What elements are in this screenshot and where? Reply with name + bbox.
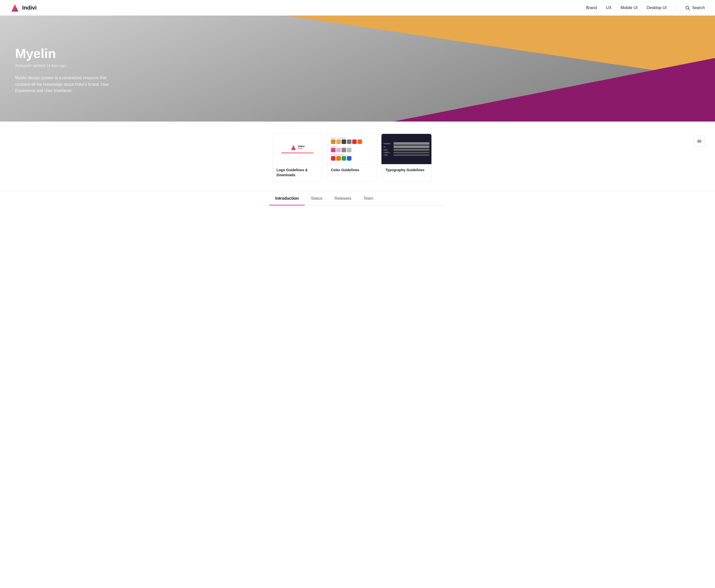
logo-card-title: Logo Guidelines & Downloads [277,168,308,177]
typo-card-thumbnail: Headline H1 Body Caption Label [382,134,431,164]
brand-extended-label: Brand + Extended [331,137,373,139]
tabs-section: Introduction Status Releases Team [0,191,715,206]
swatch-f3 [342,156,346,161]
swatch-n1 [331,148,335,152]
logo-indivi-pro: Indivi PRO [290,145,305,150]
swatch-n3 [342,148,346,152]
logo-text-group: Indivi PRO [298,145,305,150]
hero-section: Myelin Styleguide updated 14 days ago My… [0,16,715,122]
cards-container: Indivi PRO Logo Guidelines & Downloads B… [10,134,694,181]
list-view-button[interactable] [694,136,705,147]
navbar: Indivi Brand UX Mobile UI Desktop UI Sea… [0,0,715,16]
swatch-n2 [336,148,341,152]
swatch-5 [352,140,357,144]
brand-name: Indivi [22,4,37,11]
swatch-6 [358,140,362,144]
tabs-container: Introduction Status Releases Team [269,192,446,206]
typo-row-4: Caption [384,151,429,153]
typo-row-5: Label [384,154,429,156]
nav-divider [676,5,676,11]
nav-ux[interactable]: UX [606,5,611,10]
card-typography-guidelines[interactable]: Headline H1 Body Caption Label [381,134,432,181]
color-card-thumbnail: Brand + Extended Neutral [327,134,377,164]
hero-description: Myelin design system is a centralized re… [15,75,116,94]
swatch-f1 [331,156,335,161]
logo-thumb-content: Indivi PRO [272,143,323,155]
swatch-3 [342,140,346,144]
swatch-f4 [347,156,351,161]
indivi-logo-icon [10,3,20,13]
search-icon [685,5,690,10]
typo-line-5 [393,154,429,156]
tab-releases[interactable]: Releases [328,192,358,205]
neutral-swatches-row [331,148,373,152]
typo-label-4: Caption [384,151,392,153]
feedback-swatches-row [331,156,373,161]
color-card-body: Color Guidelines [327,164,377,176]
neutral-label: Neutral [331,146,373,147]
swatch-n4 [347,148,351,152]
tab-status[interactable]: Status [305,192,328,205]
svg-line-4 [689,8,690,10]
card-color-guidelines[interactable]: Brand + Extended Neutral [327,134,377,181]
navbar-links: Brand UX Mobile UI Desktop UI Search [586,5,705,11]
feedback-label: Feedback (Light) [331,154,373,155]
list-icon [697,139,702,144]
swatch-f2 [336,156,341,161]
typo-label-2: H1 [384,146,392,148]
typo-line-2 [393,146,429,148]
color-card-title: Color Guidelines [331,168,359,172]
logo-card-body: Logo Guidelines & Downloads [272,164,323,181]
typo-card-body: Typography Guidelines [382,164,431,176]
tab-introduction[interactable]: Introduction [269,192,305,205]
typo-card-title: Typography Guidelines [386,168,425,172]
nav-mobile-ui[interactable]: Mobile UI [621,5,638,10]
typo-row-2: H1 [384,146,429,148]
card-logo-guidelines[interactable]: Indivi PRO Logo Guidelines & Downloads [272,134,323,181]
color-thumb-content: Brand + Extended Neutral [329,135,375,163]
hero-subtitle: Styleguide updated 14 days ago [15,64,700,68]
search-label: Search [692,5,705,10]
typo-line-3 [393,149,429,151]
cards-section: Indivi PRO Logo Guidelines & Downloads B… [0,122,715,191]
brand-swatches-row [331,140,373,144]
typo-row-3: Body [384,149,429,151]
typo-label-5: Label [384,154,392,156]
hero-content: Myelin Styleguide updated 14 days ago My… [0,16,715,94]
typo-label-3: Body [384,149,392,151]
tab-team[interactable]: Team [357,192,379,205]
swatch-4 [347,140,351,144]
logo-card-thumbnail: Indivi PRO [272,134,323,164]
search-button[interactable]: Search [685,5,705,10]
swatch-1 [331,140,335,144]
logo-pro-badge: PRO [298,148,305,150]
typo-label-1: Headline [384,143,392,145]
hero-title: Myelin [15,46,700,61]
logo-mini-icon [290,145,297,150]
nav-brand[interactable]: Brand [586,5,597,10]
navbar-logo-area: Indivi [10,3,37,13]
typo-line-4 [393,152,429,153]
nav-desktop-ui[interactable]: Desktop UI [647,5,667,10]
swatch-2 [336,140,341,144]
typo-row-1: Headline [384,142,429,145]
logo-color-bar [281,152,313,153]
typo-line-1 [393,142,429,145]
